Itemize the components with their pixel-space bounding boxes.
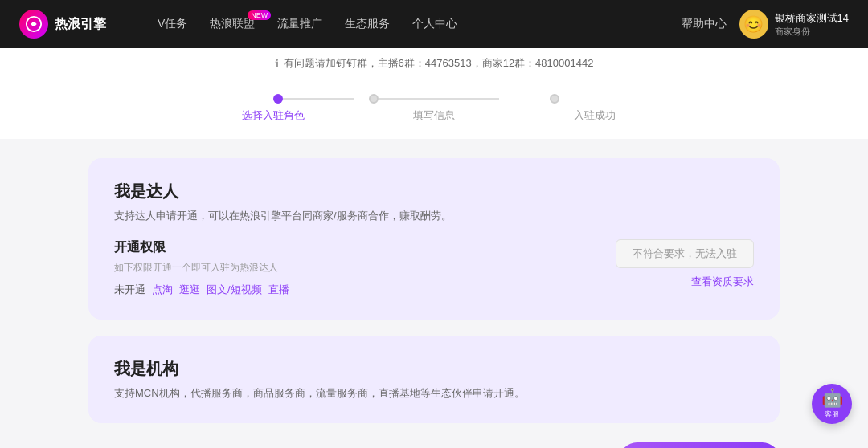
step-3: 入驻成功 bbox=[514, 94, 675, 123]
perm-link-dotao[interactable]: 点淘 bbox=[152, 283, 173, 297]
steps-container: 选择入驻角色 填写信息 入驻成功 bbox=[0, 79, 868, 139]
perm-link-live[interactable]: 直播 bbox=[268, 283, 289, 297]
info-bar: ℹ 有问题请加钉钉群，主播6群：44763513，商家12群：481000144… bbox=[0, 48, 868, 79]
nav-item-profile[interactable]: 个人中心 bbox=[412, 17, 457, 31]
permission-desc: 如下权限开通一个即可入驻为热浪达人 bbox=[114, 261, 600, 275]
permission-row: 未开通 点淘 逛逛 图文/短视频 直播 bbox=[114, 283, 600, 297]
step-2-dot bbox=[369, 94, 379, 104]
bottom-bar: 符合要求，马上入驻 bbox=[72, 442, 796, 448]
step-1: 选择入驻角色 bbox=[193, 94, 354, 123]
info-icon: ℹ bbox=[275, 57, 279, 70]
join-now-btn[interactable]: 符合要求，马上入驻 bbox=[620, 442, 780, 448]
talent-card-title: 我是达人 bbox=[114, 181, 754, 202]
permission-right: 不符合要求，无法入驻 查看资质要求 bbox=[616, 239, 754, 289]
view-req-link[interactable]: 查看资质要求 bbox=[691, 275, 754, 289]
step-3-label: 入驻成功 bbox=[574, 108, 616, 123]
nav-item-traffic[interactable]: 流量推广 bbox=[277, 17, 322, 31]
user-name: 银桥商家测试14 bbox=[775, 11, 849, 26]
nav-item-vtask[interactable]: V任务 bbox=[158, 17, 187, 31]
org-card-desc: 支持MCN机构，代播服务商，商品服务商，流量服务商，直播基地等生态伙伴申请开通。 bbox=[114, 386, 754, 401]
user-role: 商家身份 bbox=[775, 26, 849, 38]
step-2-line bbox=[379, 98, 499, 100]
logo-icon bbox=[19, 10, 48, 39]
step-2: 填写信息 bbox=[354, 94, 514, 123]
new-badge: NEW bbox=[248, 10, 271, 20]
step-1-label: 选择入驻角色 bbox=[242, 108, 305, 123]
header-right: 帮助中心 😊 银桥商家测试14 商家身份 bbox=[682, 10, 849, 39]
perm-link-graphvideo[interactable]: 图文/短视频 bbox=[207, 283, 262, 297]
talent-card: 我是达人 支持达人申请开通，可以在热浪引擎平台同商家/服务商合作，赚取酬劳。 开… bbox=[88, 158, 780, 320]
logo-text: 热浪引擎 bbox=[55, 16, 106, 33]
talent-card-desc: 支持达人申请开通，可以在热浪引擎平台同商家/服务商合作，赚取酬劳。 bbox=[114, 209, 754, 223]
nav-item-ecosystem[interactable]: 生态服务 bbox=[345, 17, 390, 31]
step-1-dot bbox=[273, 94, 283, 104]
user-info: 银桥商家测试14 商家身份 bbox=[775, 11, 849, 38]
org-card: 我是机构 支持MCN机构，代播服务商，商品服务商，流量服务商，直播基地等生态伙伴… bbox=[88, 336, 780, 423]
disabled-join-btn: 不符合要求，无法入驻 bbox=[616, 239, 754, 268]
step-2-label: 填写信息 bbox=[413, 108, 455, 123]
permission-section: 开通权限 如下权限开通一个即可入驻为热浪达人 未开通 点淘 逛逛 图文/短视频 … bbox=[114, 239, 754, 297]
cs-label: 客服 bbox=[825, 409, 839, 420]
logo-area: 热浪引擎 bbox=[19, 10, 132, 39]
main-content: 我是达人 支持达人申请开通，可以在热浪引擎平台同商家/服务商合作，赚取酬劳。 开… bbox=[72, 158, 796, 423]
permission-left: 开通权限 如下权限开通一个即可入驻为热浪达人 未开通 点淘 逛逛 图文/短视频 … bbox=[114, 239, 600, 297]
nav-item-alliance[interactable]: 热浪联盟 NEW bbox=[210, 17, 255, 31]
permission-title: 开通权限 bbox=[114, 239, 600, 256]
main-header: 热浪引擎 V任务 热浪联盟 NEW 流量推广 生态服务 个人中心 帮助中心 😊 … bbox=[0, 0, 868, 48]
step-3-dot bbox=[550, 94, 559, 104]
user-area: 😊 银桥商家测试14 商家身份 bbox=[739, 10, 849, 39]
avatar: 😊 bbox=[739, 10, 768, 39]
help-center-btn[interactable]: 帮助中心 bbox=[682, 17, 727, 31]
perm-link-guangguang[interactable]: 逛逛 bbox=[179, 283, 200, 297]
step-1-line bbox=[283, 98, 354, 100]
cs-icon: 🤖 bbox=[821, 388, 843, 409]
info-text: 有问题请加钉钉群，主播6群：44763513，商家12群：4810001442 bbox=[284, 56, 594, 71]
perm-status: 未开通 bbox=[114, 283, 145, 297]
org-card-title: 我是机构 bbox=[114, 358, 754, 380]
main-nav: V任务 热浪联盟 NEW 流量推广 生态服务 个人中心 bbox=[158, 17, 656, 31]
cs-bubble[interactable]: 🤖 客服 bbox=[812, 384, 852, 424]
